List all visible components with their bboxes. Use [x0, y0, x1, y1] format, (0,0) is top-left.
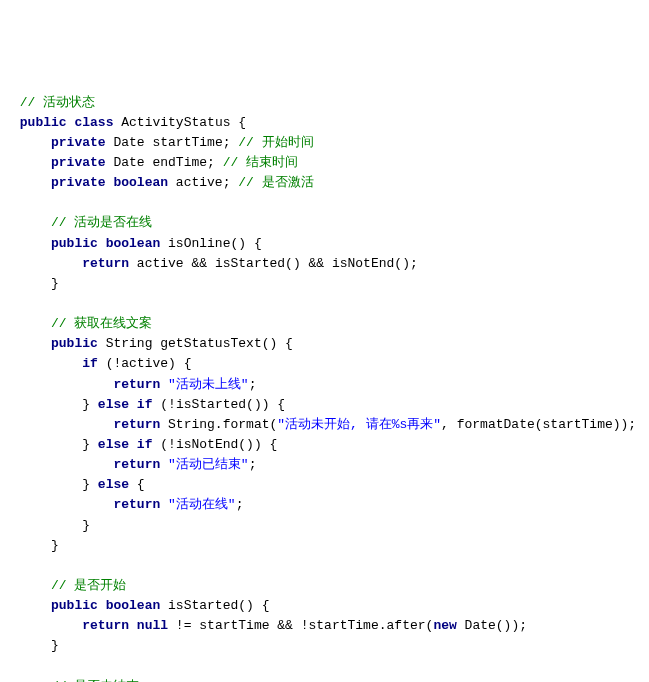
- ref-startTime: startTime: [199, 618, 269, 633]
- kw-return: return: [82, 618, 129, 633]
- kw-private: private: [51, 155, 106, 170]
- method-isStarted: isStarted: [168, 598, 238, 613]
- call-after: after: [387, 618, 426, 633]
- ref-startTime: startTime: [309, 618, 379, 633]
- kw-if: if: [137, 437, 153, 452]
- kw-public: public: [51, 236, 98, 251]
- comment: // 是否未结束: [51, 679, 139, 682]
- call-format: format: [223, 417, 270, 432]
- kw-boolean: boolean: [113, 175, 168, 190]
- class-name: ActivityStatus: [121, 115, 230, 130]
- comment: // 活动状态: [20, 95, 95, 110]
- kw-else: else: [98, 397, 129, 412]
- kw-public: public: [20, 115, 67, 130]
- kw-return: return: [113, 417, 160, 432]
- kw-public: public: [51, 336, 98, 351]
- comment: // 结束时间: [223, 155, 298, 170]
- method-isOnline: isOnline: [168, 236, 230, 251]
- string-literal: "活动在线": [168, 497, 236, 512]
- type-date: Date: [465, 618, 496, 633]
- field-active: active: [176, 175, 223, 190]
- ref-startTime: startTime: [543, 417, 613, 432]
- ref-active: active: [137, 256, 184, 271]
- kw-new: new: [433, 618, 456, 633]
- comment: // 获取在线文案: [51, 316, 152, 331]
- call-isStarted: isStarted: [176, 397, 246, 412]
- type-string: String: [168, 417, 215, 432]
- kw-else: else: [98, 477, 129, 492]
- string-literal: "活动未上线": [168, 377, 249, 392]
- call-formatDate: formatDate: [457, 417, 535, 432]
- ref-active: active: [121, 356, 168, 371]
- type-string: String: [106, 336, 153, 351]
- code-block: // 活动状态 public class ActivityStatus { pr…: [12, 93, 637, 682]
- comment: // 是否开始: [51, 578, 126, 593]
- kw-if: if: [137, 397, 153, 412]
- kw-null: null: [137, 618, 168, 633]
- kw-return: return: [113, 457, 160, 472]
- comment: // 活动是否在线: [51, 215, 152, 230]
- kw-private: private: [51, 175, 106, 190]
- kw-return: return: [82, 256, 129, 271]
- string-literal: "活动未开始, 请在%s再来": [277, 417, 441, 432]
- call-isNotEnd: isNotEnd: [332, 256, 394, 271]
- kw-else: else: [98, 437, 129, 452]
- type-date: Date: [113, 135, 144, 150]
- type-date: Date: [113, 155, 144, 170]
- kw-boolean: boolean: [106, 236, 161, 251]
- method-getStatusText: getStatusText: [160, 336, 261, 351]
- string-literal: "活动已结束": [168, 457, 249, 472]
- field-startTime: startTime: [152, 135, 222, 150]
- call-isNotEnd: isNotEnd: [176, 437, 238, 452]
- kw-class: class: [74, 115, 113, 130]
- kw-return: return: [113, 497, 160, 512]
- comment: // 是否激活: [238, 175, 313, 190]
- kw-private: private: [51, 135, 106, 150]
- kw-boolean: boolean: [106, 598, 161, 613]
- kw-public: public: [51, 598, 98, 613]
- call-isStarted: isStarted: [215, 256, 285, 271]
- kw-if: if: [82, 356, 98, 371]
- field-endTime: endTime: [152, 155, 207, 170]
- kw-return: return: [113, 377, 160, 392]
- comment: // 开始时间: [238, 135, 313, 150]
